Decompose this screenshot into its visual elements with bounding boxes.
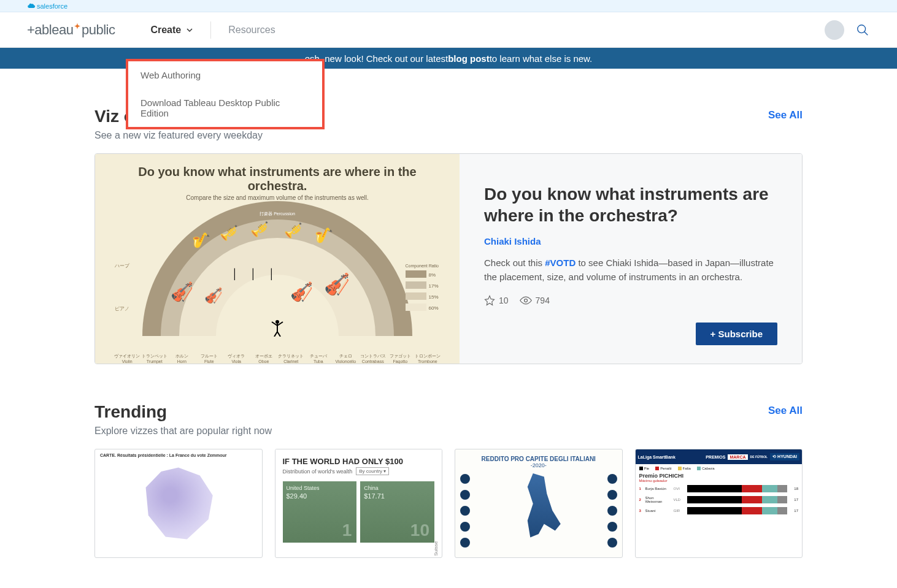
instrument-label: チェロVioloncelloVc.: [332, 353, 360, 364]
instrument-label: ヴィオラViolaVa.: [223, 353, 250, 364]
votd-author-link[interactable]: Chiaki Ishida: [484, 236, 777, 246]
trending-see-all[interactable]: See All: [768, 405, 803, 417]
italy-map: [511, 473, 566, 541]
avatar[interactable]: [825, 20, 844, 40]
hashtag-link[interactable]: #VOTD: [545, 258, 576, 268]
star-icon: [484, 295, 495, 306]
trending-card-4[interactable]: LaLiga SmartBank PREMIOS MARCA DE FÚTBOL…: [635, 449, 803, 558]
trending-card-1[interactable]: CARTE. Résultats présidentielle : La Fra…: [94, 449, 263, 558]
nav-create[interactable]: Create: [143, 12, 201, 47]
banner-blog-link[interactable]: blog post: [448, 53, 490, 64]
conductor-icon: [269, 318, 285, 338]
trending-card-3[interactable]: REDDITO PRO CAPITE DEGLI ITALIANI -2020-: [455, 449, 623, 558]
trending-title: Trending: [94, 402, 272, 422]
votd-thumbnail[interactable]: Do you know what instruments are where i…: [95, 154, 460, 364]
views-stat: 794: [520, 296, 550, 305]
instrument-label: コントラバスContrabassCb.: [360, 353, 387, 364]
instrument-label: チューバTubaTub.: [305, 353, 333, 364]
dropdown-web-authoring[interactable]: Web Authoring: [128, 61, 322, 89]
chart-legend: Pie Penalti Falta Cabeza: [636, 464, 803, 473]
search-icon: [856, 23, 869, 37]
svg-point-0: [858, 25, 866, 32]
votd-subtitle: See a new viz featured every weekday: [94, 130, 263, 141]
votd-viz-title: Do you know what instruments are where i…: [484, 183, 777, 226]
chevron-down-icon: [186, 26, 193, 34]
salesforce-bar: salesforce: [0, 0, 897, 12]
salesforce-logo[interactable]: salesforce: [27, 2, 67, 10]
trending-card-2[interactable]: IF THE WORLD HAD ONLY $100 Distribution …: [275, 449, 443, 558]
trending-subtitle: Explore vizzes that are popular right no…: [94, 426, 272, 437]
eye-icon: [520, 296, 532, 305]
search-button[interactable]: [855, 23, 870, 37]
instrument-label: ホルンHornHr.: [168, 353, 196, 364]
instrument-label: ヴァイオリンViolinVl.: [114, 353, 141, 364]
votd-description: Check out this #VOTD to see Chiaki Ishid…: [484, 256, 777, 284]
svg-point-3: [524, 299, 527, 302]
instrument-label: フルートFluteFl.: [196, 353, 223, 364]
country-select[interactable]: By country ▾: [356, 467, 389, 475]
svg-line-1: [864, 31, 868, 35]
subscribe-button[interactable]: + Subscribe: [696, 323, 777, 345]
plus-icon: ✦: [74, 22, 80, 31]
instrument-label: オーボエOboeOb.: [250, 353, 278, 364]
table-row: 3StuaniGIR17: [639, 507, 799, 514]
nav-divider: [210, 21, 211, 39]
nav-resources[interactable]: Resources: [221, 12, 282, 47]
top-nav: +ableau✦public Create Resources Web Auth…: [0, 12, 897, 48]
cn-bill: China $17.71 10: [360, 481, 434, 543]
dropdown-download-desktop[interactable]: Download Tableau Desktop Public Edition: [128, 89, 322, 127]
create-dropdown: Web Authoring Download Tableau Desktop P…: [126, 59, 325, 129]
trending-header: Trending Explore vizzes that are popular…: [94, 402, 803, 437]
tableau-public-logo[interactable]: +ableau✦public: [27, 22, 115, 38]
svg-point-2: [275, 320, 279, 324]
instrument-label: トランペットTrumpetTp.: [141, 353, 169, 364]
table-row: 1Borja BastónOVI18: [639, 485, 799, 492]
votd-card: Do you know what instruments are where i…: [94, 153, 803, 364]
table-row: 2Shon WeissmanVLD17: [639, 496, 799, 503]
legend: Component Ratio 8% 17% 15% 60%: [406, 264, 439, 315]
votd-see-all[interactable]: See All: [768, 109, 803, 121]
us-bill: United States $29.40 1: [283, 481, 357, 543]
france-map: [136, 464, 221, 543]
instrument-label: トロンボーンTromboneTb.: [414, 353, 442, 364]
salesforce-text: salesforce: [37, 2, 67, 10]
favorites-stat[interactable]: 10: [484, 295, 509, 306]
sponsor-banner: LaLiga SmartBank PREMIOS MARCA DE FÚTBOL…: [636, 449, 803, 464]
instrument-label: クラリネットClarinetCl.: [277, 353, 305, 364]
instrument-label: ファゴットFagottoFg.: [387, 353, 414, 364]
